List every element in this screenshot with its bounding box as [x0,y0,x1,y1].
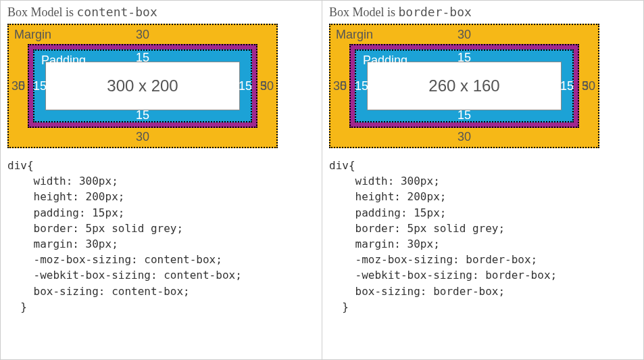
content-size: 300 x 200 [107,76,178,96]
margin-bottom-val: 30 [457,130,471,144]
padding-box-right: Padding 15 15 15 15 260 x 160 [355,49,574,122]
title-prefix: Box Model is [7,5,77,19]
padding-label: Padding [363,53,407,68]
panel-content-box: Box Model is content-box Margin 30 30 30… [1,1,322,359]
panel-border-box: Box Model is border-box Margin 30 30 30 … [322,1,643,359]
border-left-val: 5 [340,79,347,93]
margin-label: Margin [336,28,373,42]
padding-bottom-val: 15 [457,108,471,122]
margin-bottom-val: 30 [136,130,149,144]
title-mode: content-box [77,5,157,19]
border-right-val: 5 [260,79,267,93]
margin-box-right: Margin 30 30 30 30 Border 5 5 5 5 Paddin… [329,24,599,148]
border-left-val: 5 [18,79,25,93]
margin-top-val: 30 [136,28,149,42]
padding-right-val: 15 [560,79,574,93]
padding-right-val: 15 [239,79,252,93]
padding-left-val: 15 [33,79,47,93]
title-prefix: Box Model is [329,5,399,19]
comparison-container: Box Model is content-box Margin 30 30 30… [0,0,644,360]
border-box-right: Border 5 5 5 5 Padding 15 15 15 15 260 x… [349,44,579,128]
margin-top-val: 30 [457,28,471,42]
padding-box-left: Padding 15 15 15 15 300 x 200 [33,49,252,122]
content-box-right: 260 x 160 [367,62,562,110]
padding-left-val: 15 [355,79,368,93]
content-box-left: 300 x 200 [45,62,240,110]
border-box-left: Border 5 5 5 5 Padding 15 15 15 15 300 x… [28,44,257,128]
code-left: div{ width: 300px; height: 200px; paddin… [7,158,315,315]
border-right-val: 5 [582,79,589,93]
padding-top-val: 15 [457,51,471,65]
margin-box-left: Margin 30 30 30 30 Border 5 5 5 5 Paddin… [7,24,278,148]
content-size: 260 x 160 [428,76,499,96]
code-right: div{ width: 300px; height: 200px; paddin… [329,158,637,315]
title-mode: border-box [399,5,472,19]
padding-top-val: 15 [136,51,149,65]
title-left: Box Model is content-box [7,5,315,20]
padding-label: Padding [41,53,86,68]
margin-label: Margin [14,28,51,42]
title-right: Box Model is border-box [329,5,637,20]
padding-bottom-val: 15 [136,108,149,122]
